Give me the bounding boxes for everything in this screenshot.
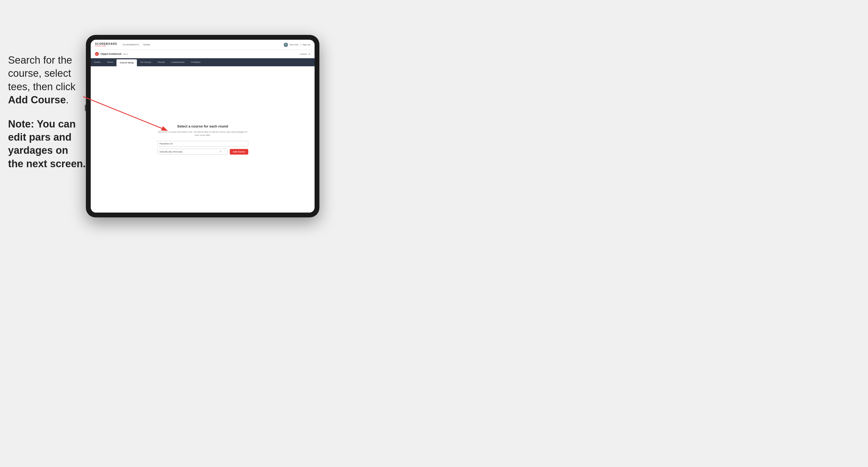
course-search-input[interactable] [157, 141, 248, 147]
main-content: Select a course for each round Search fo… [91, 66, 315, 213]
logo-area: SCOREBOARD Powered by clippd [95, 43, 117, 47]
tab-details[interactable]: Details [91, 58, 103, 66]
tee-clear-icon[interactable]: ✕ [220, 150, 222, 153]
tab-results[interactable]: Results [154, 58, 168, 66]
user-label: Test User [289, 43, 299, 46]
tablet-side-button [85, 105, 86, 111]
tournament-title: C Clippd Invitational (Men) [95, 52, 128, 56]
instruction-text-1: Search for the course, select tees, then… [8, 54, 86, 107]
tournament-badge: (Men) [123, 53, 128, 55]
tee-select-value: Gold (M) (M) (7010 yds) [159, 151, 182, 153]
tab-leaderboards[interactable]: Leaderboards [168, 58, 188, 66]
tournament-name: Clippd Invitational [100, 53, 121, 55]
tab-printables[interactable]: Printables [188, 58, 204, 66]
nav-link-tournaments[interactable]: TOURNAMENTS [122, 43, 139, 46]
tablet-frame: SCOREBOARD Powered by clippd TOURNAMENTS… [86, 35, 319, 217]
tab-tee-groups[interactable]: Tee Groups [137, 58, 154, 66]
course-select-desc: Search for a course and select a tee. Yo… [157, 130, 248, 137]
add-course-button[interactable]: Add Course [230, 149, 248, 155]
instruction-panel: Search for the course, select tees, then… [8, 54, 86, 181]
nav-separator: | [300, 43, 301, 46]
instruction-bold-2: Note: You can edit pars and yardages on … [8, 118, 86, 169]
tee-chevron-icon: ⌄ [224, 151, 225, 153]
instruction-bold-1: Add Course [8, 94, 66, 105]
top-nav: SCOREBOARD Powered by clippd TOURNAMENTS… [91, 40, 315, 50]
tab-teams[interactable]: Teams [103, 58, 117, 66]
cancel-button[interactable]: Cancel ✕ [300, 53, 310, 55]
tee-select-wrapper[interactable]: Gold (M) (M) (7010 yds) ✕ ⌄ [157, 149, 227, 155]
tee-select-row: Gold (M) (M) (7010 yds) ✕ ⌄ Add Course [157, 149, 248, 155]
tournament-icon: C [95, 52, 99, 56]
nav-links: TOURNAMENTS TEAMS [122, 43, 150, 46]
instruction-text-2: Note: You can edit pars and yardages on … [8, 118, 86, 171]
sign-out-link[interactable]: Sign out [303, 43, 310, 46]
course-select-card: Select a course for each round Search fo… [157, 124, 248, 155]
nav-link-teams[interactable]: TEAMS [143, 43, 150, 46]
logo-sub: Powered by clippd [95, 45, 117, 47]
tab-course-setup[interactable]: Course Setup [117, 59, 137, 66]
tournament-bar: C Clippd Invitational (Men) Cancel ✕ [91, 50, 315, 58]
tablet-screen: SCOREBOARD Powered by clippd TOURNAMENTS… [91, 40, 315, 213]
tab-bar: Details Teams Course Setup Tee Groups Re… [91, 58, 315, 66]
nav-right: T Test User | Sign out [284, 43, 310, 47]
user-avatar-icon: T [284, 43, 288, 47]
course-select-title: Select a course for each round [157, 124, 248, 128]
nav-left: SCOREBOARD Powered by clippd TOURNAMENTS… [95, 43, 150, 47]
